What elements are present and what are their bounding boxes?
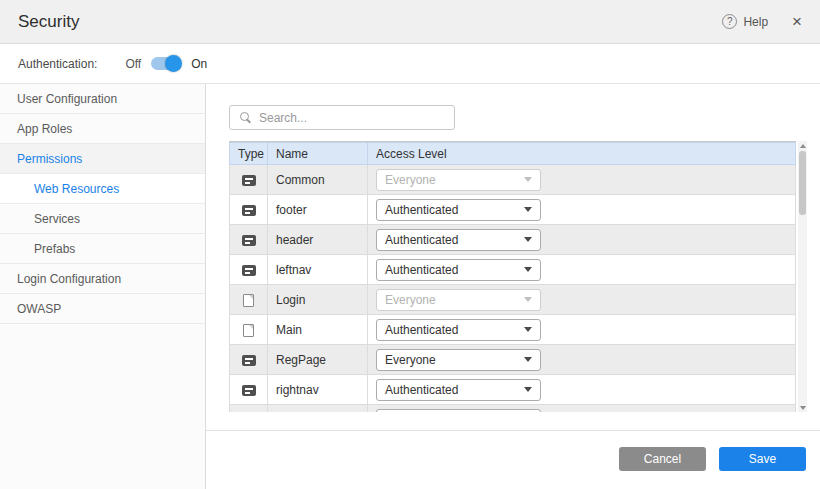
auth-toggle[interactable] [151, 57, 181, 70]
permissions-table: TypeNameAccess Level CommonEveryonefoote… [229, 142, 796, 412]
access-cell: Everyone [368, 285, 796, 315]
table-row: headerAuthenticated [230, 225, 796, 255]
close-icon[interactable]: × [792, 13, 802, 30]
access-cell: Everyone [368, 345, 796, 375]
access-cell: Everyone [368, 165, 796, 195]
type-cell [230, 375, 268, 405]
page-title: Security [18, 12, 79, 32]
access-level-value: Everyone [385, 293, 436, 307]
access-level-value: Everyone [385, 353, 436, 367]
resource-name: RegPage [268, 345, 368, 375]
caret-down-icon [524, 267, 532, 272]
access-level-select[interactable]: Authenticated [376, 379, 541, 401]
type-cell [230, 225, 268, 255]
widget-icon [242, 355, 256, 366]
access-level-value: Everyone [385, 173, 436, 187]
resource-name: leftnav [268, 255, 368, 285]
cancel-button[interactable]: Cancel [619, 447, 706, 471]
security-window: Security ? Help × Authentication: Off On… [0, 0, 820, 489]
caret-down-icon [524, 357, 532, 362]
access-cell: Authenticated [368, 225, 796, 255]
search-input[interactable] [259, 111, 445, 125]
access-cell: Authenticated [368, 375, 796, 405]
table-scrollbar[interactable] [798, 141, 807, 412]
caret-down-icon [524, 327, 532, 332]
help-button[interactable]: ? Help [722, 14, 768, 29]
access-level-select[interactable] [376, 409, 541, 413]
resource-name: Common [268, 165, 368, 195]
scrollbar-thumb[interactable] [799, 151, 806, 215]
type-cell [230, 255, 268, 285]
toggle-knob [165, 55, 182, 72]
resource-name [268, 405, 368, 413]
sidebar-item-services[interactable]: Services [0, 204, 205, 234]
auth-label: Authentication: [18, 57, 97, 71]
type-cell [230, 405, 268, 413]
access-level-value: Authenticated [385, 263, 458, 277]
caret-down-icon [524, 387, 532, 392]
resource-name: rightnav [268, 375, 368, 405]
page-icon [243, 324, 254, 337]
widget-icon [242, 385, 256, 396]
type-cell [230, 165, 268, 195]
help-icon: ? [722, 14, 737, 29]
table-row: footerAuthenticated [230, 195, 796, 225]
access-level-value: Authenticated [385, 323, 458, 337]
access-level-select: Everyone [376, 169, 541, 191]
permissions-table-area: TypeNameAccess Level CommonEveryonefoote… [229, 141, 807, 412]
access-level-select[interactable]: Authenticated [376, 319, 541, 341]
access-level-select[interactable]: Everyone [376, 349, 541, 371]
sidebar-item-web-resources[interactable]: Web Resources [0, 174, 205, 204]
sidebar-item-login-configuration[interactable]: Login Configuration [0, 264, 205, 294]
resource-name: header [268, 225, 368, 255]
widget-icon [242, 265, 256, 276]
access-level-value: Authenticated [385, 233, 458, 247]
widget-icon [242, 205, 256, 216]
table-row: LoginEveryone [230, 285, 796, 315]
access-level-select[interactable]: Authenticated [376, 199, 541, 221]
scroll-up-icon[interactable] [798, 141, 807, 150]
resource-name: Main [268, 315, 368, 345]
search-box [229, 105, 455, 130]
auth-off-label: Off [125, 57, 141, 71]
auth-bar: Authentication: Off On [0, 44, 820, 84]
table-body: CommonEveryonefooterAuthenticatedheaderA… [230, 165, 796, 413]
table-header-row: TypeNameAccess Level [230, 143, 796, 165]
save-button[interactable]: Save [719, 447, 806, 471]
access-cell: Authenticated [368, 255, 796, 285]
scroll-down-icon[interactable] [798, 403, 807, 412]
column-header-type: Type [230, 143, 268, 165]
access-level-value: Authenticated [385, 203, 458, 217]
help-label: Help [743, 15, 768, 29]
search-icon [239, 111, 252, 124]
table-row: CommonEveryone [230, 165, 796, 195]
page-icon [243, 294, 254, 307]
partial-row [230, 405, 796, 413]
type-cell [230, 195, 268, 225]
access-cell [368, 405, 796, 413]
table-row: RegPageEveryone [230, 345, 796, 375]
type-cell [230, 315, 268, 345]
widget-icon [242, 175, 256, 186]
sidebar-item-app-roles[interactable]: App Roles [0, 114, 205, 144]
caret-down-icon [524, 177, 532, 182]
titlebar: Security ? Help × [0, 0, 820, 44]
auth-on-label: On [191, 57, 207, 71]
sidebar-item-user-configuration[interactable]: User Configuration [0, 84, 205, 114]
column-header-name: Name [268, 143, 368, 165]
sidebar: User ConfigurationApp RolesPermissionsWe… [0, 84, 206, 489]
sidebar-item-permissions[interactable]: Permissions [0, 144, 205, 174]
sidebar-item-owasp[interactable]: OWASP [0, 294, 205, 324]
access-level-select: Everyone [376, 289, 541, 311]
access-level-select[interactable]: Authenticated [376, 229, 541, 251]
access-level-select[interactable]: Authenticated [376, 259, 541, 281]
caret-down-icon [524, 237, 532, 242]
widget-icon [242, 235, 256, 246]
column-header-access-level: Access Level [368, 143, 796, 165]
main-area: User ConfigurationApp RolesPermissionsWe… [0, 84, 820, 489]
titlebar-actions: ? Help × [722, 13, 802, 30]
access-level-value: Authenticated [385, 383, 458, 397]
resource-name: footer [268, 195, 368, 225]
access-cell: Authenticated [368, 195, 796, 225]
sidebar-item-prefabs[interactable]: Prefabs [0, 234, 205, 264]
